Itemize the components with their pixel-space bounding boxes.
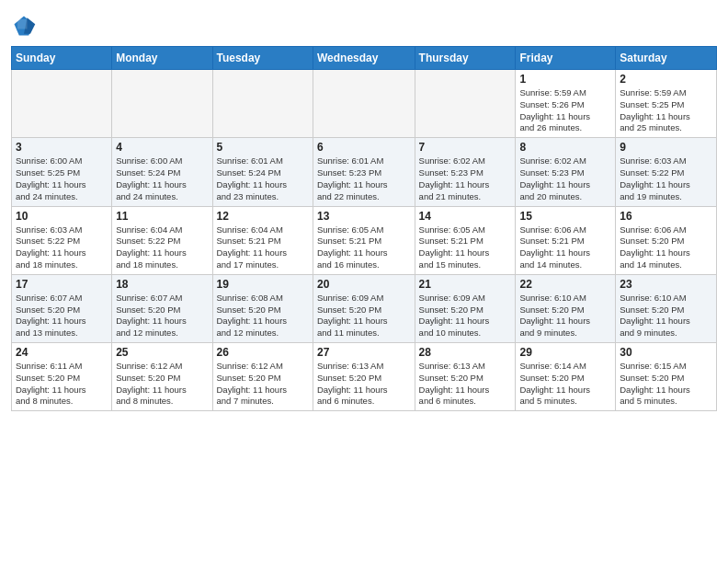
page-container: SundayMondayTuesdayWednesdayThursdayFrid…: [0, 0, 728, 420]
day-number: 4: [116, 141, 208, 154]
day-cell: [212, 70, 313, 138]
day-cell: [313, 70, 415, 138]
day-info: Sunrise: 6:06 AMSunset: 5:21 PMDaylight:…: [519, 224, 611, 271]
day-cell: [415, 70, 516, 138]
header: [11, 9, 717, 39]
day-cell: 12Sunrise: 6:04 AMSunset: 5:21 PMDayligh…: [212, 206, 313, 274]
day-number: 20: [317, 278, 411, 291]
weekday-header-sunday: Sunday: [12, 47, 112, 70]
day-number: 28: [419, 346, 512, 359]
day-info: Sunrise: 5:59 AMSunset: 5:25 PMDaylight:…: [620, 87, 712, 134]
day-number: 16: [620, 210, 712, 223]
day-number: 22: [519, 278, 611, 291]
day-info: Sunrise: 6:04 AMSunset: 5:21 PMDaylight:…: [217, 224, 309, 271]
day-cell: 1Sunrise: 5:59 AMSunset: 5:26 PMDaylight…: [516, 70, 616, 138]
day-info: Sunrise: 6:13 AMSunset: 5:20 PMDaylight:…: [419, 361, 512, 408]
day-info: Sunrise: 6:02 AMSunset: 5:23 PMDaylight:…: [419, 155, 512, 202]
week-row-4: 17Sunrise: 6:07 AMSunset: 5:20 PMDayligh…: [12, 274, 717, 342]
day-cell: 27Sunrise: 6:13 AMSunset: 5:20 PMDayligh…: [313, 343, 415, 411]
weekday-header-monday: Monday: [112, 47, 212, 70]
day-number: 19: [217, 278, 309, 291]
day-cell: 19Sunrise: 6:08 AMSunset: 5:20 PMDayligh…: [212, 274, 313, 342]
day-number: 24: [16, 346, 108, 359]
day-cell: 28Sunrise: 6:13 AMSunset: 5:20 PMDayligh…: [415, 343, 516, 411]
weekday-header-tuesday: Tuesday: [212, 47, 313, 70]
day-number: 14: [419, 210, 512, 223]
weekday-header-saturday: Saturday: [616, 47, 717, 70]
day-cell: 29Sunrise: 6:14 AMSunset: 5:20 PMDayligh…: [516, 343, 616, 411]
day-info: Sunrise: 6:01 AMSunset: 5:24 PMDaylight:…: [217, 155, 309, 202]
day-cell: 4Sunrise: 6:00 AMSunset: 5:24 PMDaylight…: [112, 138, 212, 206]
day-info: Sunrise: 6:10 AMSunset: 5:20 PMDaylight:…: [519, 293, 611, 339]
day-cell: 5Sunrise: 6:01 AMSunset: 5:24 PMDaylight…: [212, 138, 313, 206]
day-number: 2: [620, 73, 712, 86]
day-info: Sunrise: 6:13 AMSunset: 5:20 PMDaylight:…: [317, 361, 411, 408]
day-info: Sunrise: 6:06 AMSunset: 5:20 PMDaylight:…: [620, 224, 712, 271]
day-cell: 26Sunrise: 6:12 AMSunset: 5:20 PMDayligh…: [212, 343, 313, 411]
day-info: Sunrise: 6:03 AMSunset: 5:22 PMDaylight:…: [16, 224, 108, 271]
day-cell: 20Sunrise: 6:09 AMSunset: 5:20 PMDayligh…: [313, 274, 415, 342]
day-cell: [112, 70, 212, 138]
calendar: SundayMondayTuesdayWednesdayThursdayFrid…: [11, 46, 717, 411]
day-number: 15: [519, 210, 611, 223]
week-row-5: 24Sunrise: 6:11 AMSunset: 5:20 PMDayligh…: [12, 343, 717, 411]
day-info: Sunrise: 6:09 AMSunset: 5:20 PMDaylight:…: [419, 293, 512, 339]
day-cell: 16Sunrise: 6:06 AMSunset: 5:20 PMDayligh…: [616, 206, 717, 274]
day-number: 23: [620, 278, 712, 291]
day-info: Sunrise: 6:09 AMSunset: 5:20 PMDaylight:…: [317, 293, 411, 339]
week-row-1: 1Sunrise: 5:59 AMSunset: 5:26 PMDaylight…: [12, 70, 717, 138]
day-info: Sunrise: 6:05 AMSunset: 5:21 PMDaylight:…: [317, 224, 411, 271]
day-cell: 18Sunrise: 6:07 AMSunset: 5:20 PMDayligh…: [112, 274, 212, 342]
day-info: Sunrise: 6:10 AMSunset: 5:20 PMDaylight:…: [620, 293, 712, 339]
day-info: Sunrise: 6:15 AMSunset: 5:20 PMDaylight:…: [620, 361, 712, 408]
day-cell: 17Sunrise: 6:07 AMSunset: 5:20 PMDayligh…: [12, 274, 112, 342]
day-number: 21: [419, 278, 512, 291]
day-cell: 22Sunrise: 6:10 AMSunset: 5:20 PMDayligh…: [516, 274, 616, 342]
week-row-3: 10Sunrise: 6:03 AMSunset: 5:22 PMDayligh…: [12, 206, 717, 274]
day-number: 9: [620, 141, 712, 154]
day-cell: [12, 70, 112, 138]
day-info: Sunrise: 6:07 AMSunset: 5:20 PMDaylight:…: [116, 293, 208, 339]
day-cell: 11Sunrise: 6:04 AMSunset: 5:22 PMDayligh…: [112, 206, 212, 274]
day-cell: 15Sunrise: 6:06 AMSunset: 5:21 PMDayligh…: [516, 206, 616, 274]
day-cell: 23Sunrise: 6:10 AMSunset: 5:20 PMDayligh…: [616, 274, 717, 342]
day-info: Sunrise: 6:11 AMSunset: 5:20 PMDaylight:…: [16, 361, 108, 408]
day-cell: 14Sunrise: 6:05 AMSunset: 5:21 PMDayligh…: [415, 206, 516, 274]
weekday-header-thursday: Thursday: [415, 47, 516, 70]
day-number: 17: [16, 278, 108, 291]
day-number: 27: [317, 346, 411, 359]
day-cell: 9Sunrise: 6:03 AMSunset: 5:22 PMDaylight…: [616, 138, 717, 206]
day-number: 18: [116, 278, 208, 291]
day-cell: 7Sunrise: 6:02 AMSunset: 5:23 PMDaylight…: [415, 138, 516, 206]
day-info: Sunrise: 6:05 AMSunset: 5:21 PMDaylight:…: [419, 224, 512, 271]
day-number: 12: [217, 210, 309, 223]
calendar-header: SundayMondayTuesdayWednesdayThursdayFrid…: [12, 47, 717, 70]
day-cell: 13Sunrise: 6:05 AMSunset: 5:21 PMDayligh…: [313, 206, 415, 274]
day-cell: 21Sunrise: 6:09 AMSunset: 5:20 PMDayligh…: [415, 274, 516, 342]
weekday-header-friday: Friday: [516, 47, 616, 70]
day-cell: 2Sunrise: 5:59 AMSunset: 5:25 PMDaylight…: [616, 70, 717, 138]
day-number: 29: [519, 346, 611, 359]
day-number: 5: [217, 141, 309, 154]
day-info: Sunrise: 5:59 AMSunset: 5:26 PMDaylight:…: [519, 87, 611, 134]
day-cell: 30Sunrise: 6:15 AMSunset: 5:20 PMDayligh…: [616, 343, 717, 411]
logo-icon: [11, 13, 37, 39]
day-cell: 3Sunrise: 6:00 AMSunset: 5:25 PMDaylight…: [12, 138, 112, 206]
day-info: Sunrise: 6:03 AMSunset: 5:22 PMDaylight:…: [620, 155, 712, 202]
day-info: Sunrise: 6:04 AMSunset: 5:22 PMDaylight:…: [116, 224, 208, 271]
day-number: 11: [116, 210, 208, 223]
day-info: Sunrise: 6:00 AMSunset: 5:25 PMDaylight:…: [16, 155, 108, 202]
day-cell: 10Sunrise: 6:03 AMSunset: 5:22 PMDayligh…: [12, 206, 112, 274]
day-number: 13: [317, 210, 411, 223]
day-cell: 24Sunrise: 6:11 AMSunset: 5:20 PMDayligh…: [12, 343, 112, 411]
day-info: Sunrise: 6:12 AMSunset: 5:20 PMDaylight:…: [116, 361, 208, 408]
day-info: Sunrise: 6:12 AMSunset: 5:20 PMDaylight:…: [217, 361, 309, 408]
day-number: 10: [16, 210, 108, 223]
day-number: 26: [217, 346, 309, 359]
day-number: 8: [519, 141, 611, 154]
weekday-row: SundayMondayTuesdayWednesdayThursdayFrid…: [12, 47, 717, 70]
day-number: 25: [116, 346, 208, 359]
weekday-header-wednesday: Wednesday: [313, 47, 415, 70]
day-info: Sunrise: 6:07 AMSunset: 5:20 PMDaylight:…: [16, 293, 108, 339]
day-cell: 6Sunrise: 6:01 AMSunset: 5:23 PMDaylight…: [313, 138, 415, 206]
